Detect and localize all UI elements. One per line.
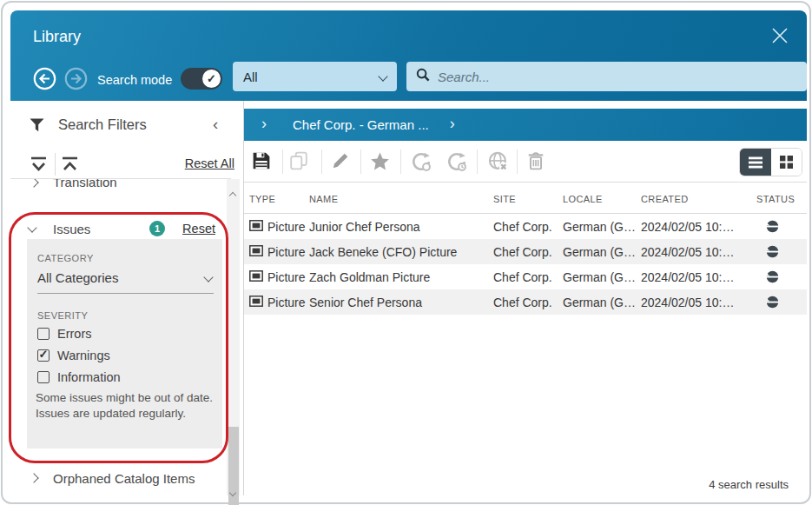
window-title: Library xyxy=(33,28,81,46)
category-label: CATEGORY xyxy=(37,253,94,263)
search-filters-panel: Search Filters ‹ Reset All Translation xyxy=(10,101,244,495)
issues-count-badge: 1 xyxy=(149,221,165,236)
chevron-right-icon xyxy=(29,179,38,188)
cell-type: Picture xyxy=(267,296,306,309)
search-filters-title: Search Filters xyxy=(58,116,147,133)
divider xyxy=(517,150,518,174)
breadcrumb-chevron-icon[interactable]: › xyxy=(261,115,267,133)
picture-type-icon xyxy=(249,220,263,234)
table-header: TYPE NAME SITE LOCALE CREATED STATUS xyxy=(244,184,807,214)
checkbox-label: Errors xyxy=(57,327,91,341)
list-view-button[interactable] xyxy=(740,149,771,176)
edit-icon[interactable] xyxy=(331,151,352,172)
search-results-count: 4 search results xyxy=(709,478,789,491)
publication-status-icon xyxy=(756,296,807,309)
divider xyxy=(321,150,322,174)
expand-all-icon[interactable] xyxy=(29,156,49,177)
issues-note: Some issues might be out of date. Issues… xyxy=(36,390,218,422)
search-mode-toggle[interactable]: ✓ xyxy=(181,68,222,90)
forward-button[interactable] xyxy=(64,67,88,90)
breadcrumb-item[interactable]: Chef Corp. - German ... xyxy=(293,117,429,132)
filters-scroll-area: Translation Issues 1 Reset CATEGORY All … xyxy=(10,179,227,495)
column-header-name[interactable]: NAME xyxy=(309,194,493,204)
sidebar-item-translation[interactable]: Translation xyxy=(10,179,227,196)
close-icon[interactable] xyxy=(767,23,793,49)
divider xyxy=(400,150,401,174)
checkbox-icon[interactable] xyxy=(37,349,50,362)
scroll-up-icon[interactable] xyxy=(230,186,235,202)
checkbox-icon[interactable] xyxy=(37,371,50,383)
column-header-created[interactable]: CREATED xyxy=(641,194,756,204)
issues-filter-body: CATEGORY All Categories SEVERITY Errors … xyxy=(27,239,222,449)
toggle-check-icon: ✓ xyxy=(202,70,221,88)
cell-created: 2024/02/05 10:… xyxy=(641,245,756,259)
cell-site: Chef Corp. xyxy=(493,270,563,284)
chevron-down-icon xyxy=(203,272,213,282)
cell-site: Chef Corp. xyxy=(493,220,563,234)
breadcrumb-chevron-icon[interactable]: › xyxy=(450,115,455,133)
window-header: Library Search mode ✓ All xyxy=(10,10,807,101)
picture-type-icon xyxy=(249,270,263,284)
copy-icon[interactable] xyxy=(289,151,310,172)
checkbox-icon[interactable] xyxy=(37,328,50,340)
column-header-status[interactable]: STATUS xyxy=(756,194,807,204)
search-field xyxy=(406,62,807,91)
cell-type: Picture xyxy=(267,245,306,259)
cell-locale: German (G… xyxy=(563,245,641,259)
collapse-all-icon[interactable] xyxy=(60,156,80,177)
cell-name: Senior Chef Persona xyxy=(309,296,493,309)
section-label: Orphaned Catalog Items xyxy=(53,471,195,486)
picture-type-icon xyxy=(249,245,263,259)
collapse-panel-icon[interactable]: ‹ xyxy=(213,115,218,134)
chevron-right-icon xyxy=(29,473,38,482)
column-header-type[interactable]: TYPE xyxy=(249,194,309,204)
publish-icon[interactable] xyxy=(411,151,432,172)
results-table: Picture Junior Chef Persona Chef Corp. G… xyxy=(244,214,807,315)
cell-name: Junior Chef Persona xyxy=(309,220,493,234)
scroll-down-icon[interactable] xyxy=(230,483,235,499)
cell-locale: German (G… xyxy=(563,296,641,309)
cell-type: Picture xyxy=(267,270,306,284)
save-search-icon[interactable] xyxy=(252,151,273,172)
column-header-site[interactable]: SITE xyxy=(493,194,563,204)
chevron-down-icon xyxy=(27,223,36,232)
cell-created: 2024/02/05 10:… xyxy=(641,270,756,284)
table-row[interactable]: Picture Jack Beneke (CFO) Picture Chef C… xyxy=(244,239,807,264)
category-value: All Categories xyxy=(37,270,118,285)
cell-locale: German (G… xyxy=(563,270,641,284)
search-icon xyxy=(416,68,430,85)
table-row[interactable]: Picture Senior Chef Persona Chef Corp. G… xyxy=(244,289,807,315)
content-toolbar xyxy=(244,141,807,183)
publish-with-schedule-icon[interactable] xyxy=(446,151,467,172)
divider xyxy=(55,153,56,176)
category-select[interactable]: All Categories xyxy=(37,270,214,294)
withdraw-globe-icon[interactable] xyxy=(488,151,509,172)
checkbox-label: Information xyxy=(57,370,121,384)
divider xyxy=(282,150,283,174)
back-button[interactable] xyxy=(33,67,56,90)
publication-status-icon xyxy=(756,245,807,258)
search-input[interactable] xyxy=(438,70,797,84)
sidebar-scrollbar[interactable] xyxy=(227,179,240,495)
publication-status-icon xyxy=(756,270,807,283)
library-dialog: Library Search mode ✓ All xyxy=(0,0,812,505)
grid-view-button[interactable] xyxy=(771,149,802,176)
doctype-filter-select[interactable]: All xyxy=(233,62,397,91)
bookmark-star-icon[interactable] xyxy=(370,151,391,172)
cell-created: 2024/02/05 10:… xyxy=(641,220,756,234)
picture-type-icon xyxy=(249,296,263,309)
issues-reset-link[interactable]: Reset xyxy=(182,222,215,236)
table-row[interactable]: Picture Zach Goldman Picture Chef Corp. … xyxy=(244,264,807,289)
column-header-locale[interactable]: LOCALE xyxy=(563,194,641,204)
view-mode-toggle xyxy=(739,148,802,176)
chevron-down-icon xyxy=(378,71,387,81)
sidebar-item-orphaned-catalog-items[interactable]: Orphaned Catalog Items xyxy=(10,469,227,492)
reset-all-link[interactable]: Reset All xyxy=(185,156,234,170)
divider xyxy=(360,150,361,174)
filter-funnel-icon xyxy=(30,118,44,136)
cell-name: Zach Goldman Picture xyxy=(309,270,493,284)
publication-status-icon xyxy=(756,220,807,233)
table-row[interactable]: Picture Junior Chef Persona Chef Corp. G… xyxy=(244,214,807,239)
severity-label: SEVERITY xyxy=(37,310,88,321)
delete-trash-icon[interactable] xyxy=(526,151,547,172)
